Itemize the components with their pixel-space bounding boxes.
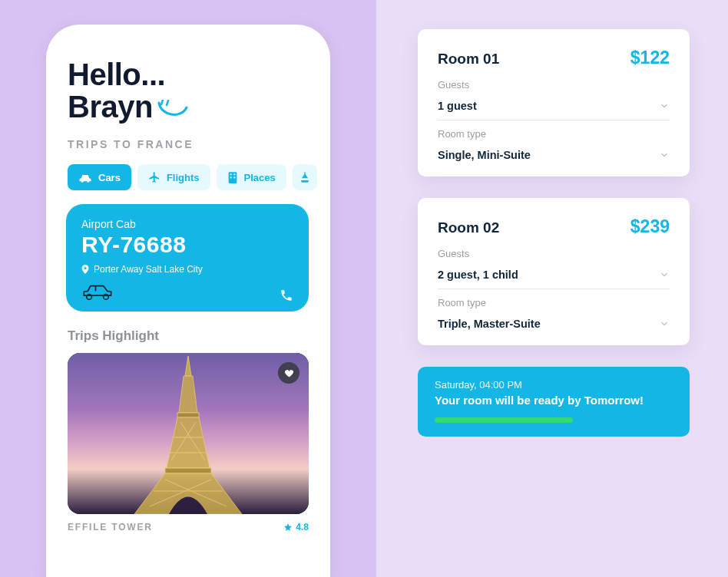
eiffel-tower-illustration <box>127 353 250 514</box>
room-type-label: Room type <box>438 297 670 308</box>
guests-value: 1 guest <box>438 100 477 112</box>
star-icon <box>283 523 293 532</box>
building-icon <box>227 171 238 183</box>
tab-label: Cars <box>98 172 121 183</box>
highlight-card[interactable] <box>68 353 309 514</box>
svg-rect-5 <box>230 176 231 178</box>
room-price: $122 <box>630 48 670 68</box>
room-type-select[interactable]: Single, Mini-Suite <box>438 144 670 161</box>
cab-code: RY-76688 <box>81 232 293 258</box>
notice-message: Your room will be ready by Tomorrow! <box>435 394 673 407</box>
greeting-name: Brayn <box>68 91 153 123</box>
airport-cab-card[interactable]: Airport Cab RY-76688 Porter Away Salt La… <box>66 204 309 312</box>
left-panel: Hello... Brayn TRIPS TO FRANCE Cars Flig… <box>0 0 376 577</box>
svg-rect-10 <box>177 413 199 417</box>
chevron-down-icon <box>659 318 670 329</box>
svg-line-1 <box>167 101 168 105</box>
progress-bar <box>435 417 573 423</box>
notice-time: Saturday, 04:00 PM <box>435 379 673 391</box>
tab-places[interactable]: Places <box>217 164 286 190</box>
rating-value: 4.8 <box>296 522 309 532</box>
svg-rect-3 <box>230 173 231 175</box>
chevron-down-icon <box>659 269 670 280</box>
room-type-value: Single, Mini-Suite <box>438 149 531 161</box>
phone-icon[interactable] <box>280 288 293 302</box>
chevron-down-icon <box>659 150 670 160</box>
room-type-label: Room type <box>438 128 670 140</box>
right-panel: Room 01 $122 Guests 1 guest Room type Si… <box>376 0 728 577</box>
svg-rect-15 <box>165 468 211 473</box>
pin-icon <box>81 265 89 274</box>
room-type-select[interactable]: Triple, Master-Suite <box>438 313 670 330</box>
vehicle-icon <box>81 282 114 302</box>
phone-frame: Hello... Brayn TRIPS TO FRANCE Cars Flig… <box>46 25 330 577</box>
svg-rect-6 <box>233 176 235 178</box>
category-tabs: Cars Flights Places <box>46 164 330 190</box>
tab-label: Flights <box>167 172 200 183</box>
svg-rect-2 <box>228 172 237 183</box>
svg-line-0 <box>161 100 163 104</box>
chevron-down-icon <box>659 101 670 111</box>
guests-select[interactable]: 2 guest, 1 child <box>438 264 670 289</box>
cab-title: Airport Cab <box>81 218 293 230</box>
tab-label: Places <box>244 172 276 183</box>
room-type-value: Triple, Master-Suite <box>438 318 541 330</box>
highlight-rating: 4.8 <box>283 522 309 532</box>
room-title: Room 02 <box>438 219 499 236</box>
plane-icon <box>148 171 160 183</box>
tab-more[interactable] <box>293 164 317 190</box>
greeting: Hello... Brayn <box>68 58 309 123</box>
svg-rect-4 <box>233 173 235 175</box>
tab-flights[interactable]: Flights <box>137 164 210 190</box>
car-icon <box>78 172 92 183</box>
highlight-footer: EFFILE TOWER 4.8 <box>68 522 309 532</box>
guests-label: Guests <box>438 248 670 259</box>
room-card-2: Room 02 $239 Guests 2 guest, 1 child Roo… <box>418 198 690 345</box>
guests-value: 2 guest, 1 child <box>438 269 518 281</box>
ship-icon <box>299 171 311 183</box>
trips-highlight-title: Trips Highlight <box>68 328 309 344</box>
room-price: $239 <box>630 216 670 237</box>
guests-select[interactable]: 1 guest <box>438 95 670 120</box>
highlight-name: EFFILE TOWER <box>68 522 153 532</box>
room-card-1: Room 01 $122 Guests 1 guest Room type Si… <box>418 29 690 176</box>
greeting-line1: Hello... <box>68 58 309 91</box>
page-subtitle: TRIPS TO FRANCE <box>68 138 309 150</box>
room-title: Room 01 <box>438 51 499 68</box>
cab-location: Porter Away Salt Lake City <box>94 264 203 275</box>
tab-cars[interactable]: Cars <box>68 164 131 190</box>
favorite-button[interactable] <box>278 362 299 384</box>
heart-icon <box>284 368 294 378</box>
ready-notice: Saturday, 04:00 PM Your room will be rea… <box>418 367 690 437</box>
guests-label: Guests <box>438 79 670 91</box>
smile-icon <box>156 100 190 123</box>
